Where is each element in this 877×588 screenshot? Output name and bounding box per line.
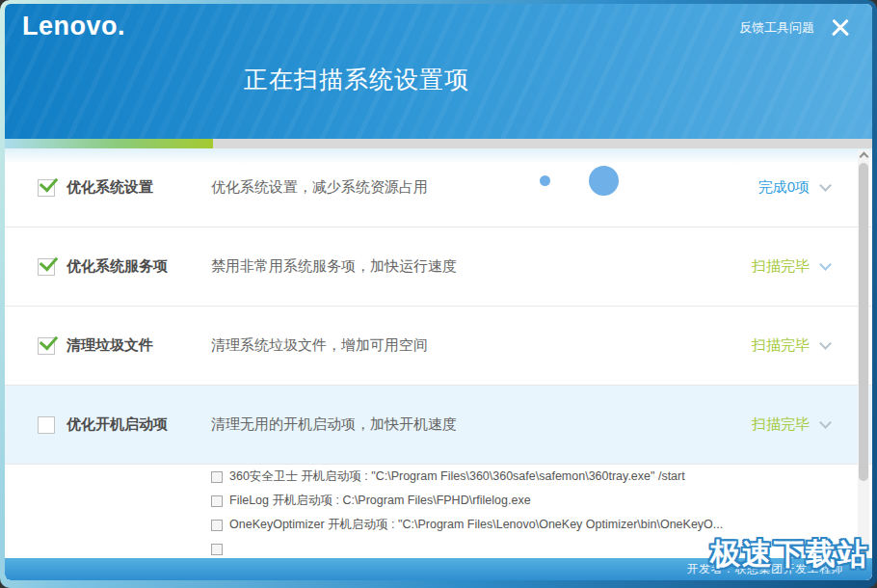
- checkbox-unchecked[interactable]: [211, 544, 223, 555]
- startup-item-clipped: [5, 537, 872, 558]
- row-label: 优化系统服务项: [66, 257, 211, 276]
- footer-bar: 开发者：联想集团开发工程师: [5, 558, 872, 580]
- checkbox-unchecked[interactable]: [211, 520, 223, 531]
- scan-row-startup-items[interactable]: 优化开机启动项 清理无用的开机启动项，加快开机速度 扫描完毕: [5, 386, 872, 465]
- chevron-down-icon[interactable]: [819, 179, 832, 192]
- developer-credit: 开发者：联想集团开发工程师: [687, 561, 844, 577]
- checkbox-checked[interactable]: [38, 179, 55, 197]
- startup-item-text: 360安全卫士 开机启动项 : "C:\Program Files\360\36…: [229, 468, 685, 485]
- feedback-link[interactable]: 反馈工具问题: [739, 19, 814, 37]
- loading-dot-big: [589, 166, 619, 196]
- scroll-down-icon[interactable]: [858, 545, 869, 556]
- startup-items-sublist: 360安全卫士 开机启动项 : "C:\Program Files\360\36…: [5, 465, 872, 558]
- checkbox-checked[interactable]: [38, 337, 55, 355]
- scan-progress-bar: [5, 139, 872, 148]
- startup-item-360: 360安全卫士 开机启动项 : "C:\Program Files\360\36…: [5, 465, 872, 489]
- startup-item-onekeyoptimizer: OneKeyOptimizer 开机启动项 : "C:\Program File…: [5, 513, 872, 537]
- close-icon[interactable]: [830, 17, 851, 39]
- row-description: 禁用非常用系统服务项，加快运行速度: [211, 257, 752, 276]
- scan-row-junk-files[interactable]: 清理垃圾文件 清理系统垃圾文件，增加可用空间 扫描完毕: [5, 307, 872, 386]
- row-status: 扫描完毕: [752, 415, 810, 434]
- header-actions: 反馈工具问题: [739, 17, 851, 39]
- header: Lenovo. 反馈工具问题 正在扫描系统设置项: [5, 4, 872, 139]
- loading-dot-small: [540, 175, 550, 186]
- app-window: Lenovo. 反馈工具问题 正在扫描系统设置项 优化系统设置 优化系统设置，减…: [5, 4, 872, 580]
- scan-progress-fill: [5, 139, 213, 148]
- scrollbar-thumb[interactable]: [859, 163, 868, 481]
- page-title: 正在扫描系统设置项: [244, 64, 469, 95]
- chevron-down-icon[interactable]: [819, 258, 832, 271]
- checkbox-checked[interactable]: [38, 258, 55, 276]
- checkbox-unchecked[interactable]: [211, 471, 223, 483]
- row-status: 扫描完毕: [752, 336, 810, 355]
- startup-item-filelog: FileLog 开机启动项 : C:\Program Files\FPHD\rf…: [5, 489, 872, 513]
- scan-row-system-settings[interactable]: 优化系统设置 优化系统设置，减少系统资源占用 完成0项: [5, 148, 872, 227]
- lenovo-logo: Lenovo.: [22, 12, 125, 41]
- row-label: 优化系统设置: [66, 178, 211, 197]
- scroll-up-icon[interactable]: [858, 149, 869, 161]
- row-label: 清理垃圾文件: [66, 336, 211, 355]
- chevron-down-icon[interactable]: [819, 337, 832, 350]
- row-description: 清理无用的开机启动项，加快开机速度: [211, 415, 752, 434]
- row-status: 完成0项: [758, 178, 810, 197]
- row-status: 扫描完毕: [752, 257, 810, 276]
- app-window-frame: Lenovo. 反馈工具问题 正在扫描系统设置项 优化系统设置 优化系统设置，减…: [0, 0, 877, 588]
- startup-item-text: OneKeyOptimizer 开机启动项 : "C:\Program File…: [229, 517, 723, 533]
- scan-list: 优化系统设置 优化系统设置，减少系统资源占用 完成0项 优化系统服务项 禁用非常…: [5, 148, 872, 558]
- scan-row-system-services[interactable]: 优化系统服务项 禁用非常用系统服务项，加快运行速度 扫描完毕: [5, 227, 872, 307]
- scrollbar[interactable]: [858, 149, 869, 558]
- chevron-down-icon[interactable]: [819, 416, 832, 429]
- checkbox-unchecked[interactable]: [38, 416, 55, 434]
- row-description: 清理系统垃圾文件，增加可用空间: [211, 336, 752, 355]
- row-description: 优化系统设置，减少系统资源占用: [211, 178, 758, 197]
- checkbox-unchecked[interactable]: [211, 495, 223, 507]
- row-label: 优化开机启动项: [66, 415, 211, 434]
- startup-item-text: FileLog 开机启动项 : C:\Program Files\FPHD\rf…: [229, 493, 531, 509]
